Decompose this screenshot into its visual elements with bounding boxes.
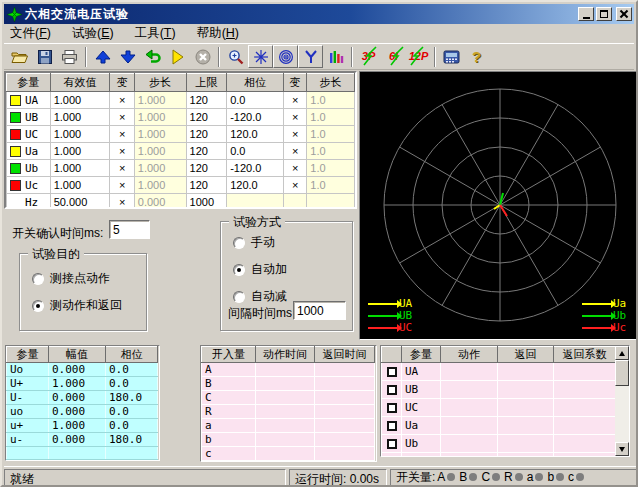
vary-toggle-cell[interactable]: × xyxy=(283,160,306,177)
return-coef-cell xyxy=(554,435,616,453)
phase-cell[interactable] xyxy=(227,194,284,210)
select-checkbox[interactable] xyxy=(387,439,397,449)
result-row: Ub xyxy=(382,435,616,453)
maximize-button[interactable] xyxy=(596,7,612,21)
status-runtime: 运行时间: 0.00s xyxy=(289,469,387,486)
value-cell[interactable]: 1.000 xyxy=(50,92,110,109)
vary-toggle-cell[interactable]: × xyxy=(110,143,134,160)
scroll-down-button[interactable] xyxy=(615,442,629,456)
step-up-button[interactable] xyxy=(90,45,115,68)
zoom-button[interactable] xyxy=(223,45,248,68)
return-time-cell xyxy=(315,391,375,405)
stop-button[interactable] xyxy=(190,45,215,68)
vary-toggle-cell[interactable]: × xyxy=(283,177,306,194)
step-down-button[interactable] xyxy=(115,45,140,68)
radio-button[interactable] xyxy=(233,264,245,276)
value-cell[interactable]: 1.000 xyxy=(50,126,110,143)
vary-toggle-cell[interactable] xyxy=(283,194,306,210)
radio-button[interactable] xyxy=(233,291,245,303)
bar-view-button[interactable] xyxy=(323,45,348,68)
phase-cell[interactable]: -120.0 xyxy=(227,109,284,126)
radio-option[interactable]: 手动 xyxy=(233,234,352,251)
mode-12p-button[interactable]: 12P xyxy=(406,45,431,68)
select-checkbox[interactable] xyxy=(387,367,397,377)
radio-button[interactable] xyxy=(32,273,44,285)
limit-cell[interactable]: 120 xyxy=(186,109,227,126)
phase-cell[interactable]: -120.0 xyxy=(227,160,284,177)
input-row: a xyxy=(202,419,375,433)
vary-toggle-cell[interactable]: × xyxy=(110,92,134,109)
test-purpose-group: 试验目的 测接点动作 测动作和返回 xyxy=(19,253,147,331)
toolbar-separator xyxy=(351,47,353,67)
mode-3p-button[interactable]: 3P xyxy=(356,45,381,68)
limit-cell[interactable]: 120 xyxy=(186,126,227,143)
return-coef-cell xyxy=(554,417,616,435)
vector-arrow-icon xyxy=(582,303,612,305)
step-cell: 1.000 xyxy=(134,143,186,160)
limit-cell[interactable]: 120 xyxy=(186,92,227,109)
limit-cell[interactable]: 120 xyxy=(186,160,227,177)
radio-option[interactable]: 测动作和返回 xyxy=(32,297,146,314)
phase-cell[interactable]: 0.0 xyxy=(227,92,284,109)
phase-cell[interactable]: 120.0 xyxy=(227,126,284,143)
open-button[interactable] xyxy=(7,45,32,68)
down-arrow-icon xyxy=(120,50,136,64)
value-cell[interactable]: 50.000 xyxy=(50,194,110,210)
limit-cell[interactable]: 120 xyxy=(186,143,227,160)
scrollbar-thumb[interactable] xyxy=(615,360,629,386)
radio-button[interactable] xyxy=(32,300,44,312)
vary-toggle-cell[interactable]: × xyxy=(283,92,306,109)
vary-toggle-cell[interactable]: × xyxy=(110,194,134,210)
value-cell[interactable]: 1.000 xyxy=(50,160,110,177)
radio-option[interactable]: 测接点动作 xyxy=(32,270,146,287)
select-checkbox[interactable] xyxy=(387,403,397,413)
value-cell[interactable]: 1.000 xyxy=(50,143,110,160)
value-cell[interactable]: 1.000 xyxy=(50,177,110,194)
menu-item[interactable]: 工具(T) xyxy=(129,24,182,43)
start-button[interactable] xyxy=(165,45,190,68)
select-checkbox[interactable] xyxy=(387,421,397,431)
vary-toggle-cell[interactable]: × xyxy=(283,109,306,126)
reset-button[interactable] xyxy=(140,45,165,68)
phasor-view-button[interactable] xyxy=(248,45,273,68)
menubar: 文件(F) 试验(E) 工具(T) 帮助(H) xyxy=(4,24,634,43)
phase-cell[interactable]: 120.0 xyxy=(227,177,284,194)
radio-option[interactable]: 自动加 xyxy=(233,261,352,278)
switch-status: b xyxy=(547,470,564,484)
vary-toggle-cell[interactable]: × xyxy=(110,160,134,177)
mode-6i-button[interactable]: 6I xyxy=(381,45,406,68)
device-panel-button[interactable] xyxy=(439,45,464,68)
minimize-button[interactable] xyxy=(578,7,594,21)
switch-indicator-dot xyxy=(556,473,564,481)
menu-item[interactable]: 试验(E) xyxy=(66,24,120,43)
close-button[interactable] xyxy=(616,7,632,21)
menu-item[interactable]: 帮助(H) xyxy=(191,24,245,43)
menu-item[interactable]: 文件(F) xyxy=(4,24,57,43)
scroll-up-button[interactable] xyxy=(615,346,629,360)
interval-input[interactable] xyxy=(293,301,346,320)
select-checkbox[interactable] xyxy=(387,385,397,395)
return-time-cell xyxy=(315,419,375,433)
trace-view-button[interactable] xyxy=(273,45,298,68)
vary-toggle-cell[interactable]: × xyxy=(110,126,134,143)
vary-toggle-cell[interactable]: × xyxy=(283,126,306,143)
vector-arrow-icon xyxy=(368,303,398,305)
seq-phase-cell xyxy=(106,447,158,460)
radio-button[interactable] xyxy=(233,237,245,249)
y-view-button[interactable] xyxy=(298,45,323,68)
vary-toggle-cell[interactable]: × xyxy=(283,143,306,160)
value-cell[interactable]: 1.000 xyxy=(50,109,110,126)
print-button[interactable] xyxy=(57,45,82,68)
test-mode-title: 试验方式 xyxy=(229,214,285,231)
return-coef-cell xyxy=(554,381,616,399)
limit-cell[interactable]: 120 xyxy=(186,177,227,194)
vary-toggle-cell[interactable]: × xyxy=(110,177,134,194)
limit-cell[interactable]: 1000 xyxy=(186,194,227,210)
phase-cell[interactable]: 0.0 xyxy=(227,143,284,160)
save-button[interactable] xyxy=(32,45,57,68)
vector-arrow-icon xyxy=(368,315,398,317)
vary-toggle-cell[interactable]: × xyxy=(110,109,134,126)
vertical-scrollbar[interactable] xyxy=(615,346,629,456)
help-button[interactable]: ? xyxy=(464,45,489,68)
confirm-time-input[interactable] xyxy=(109,220,150,239)
